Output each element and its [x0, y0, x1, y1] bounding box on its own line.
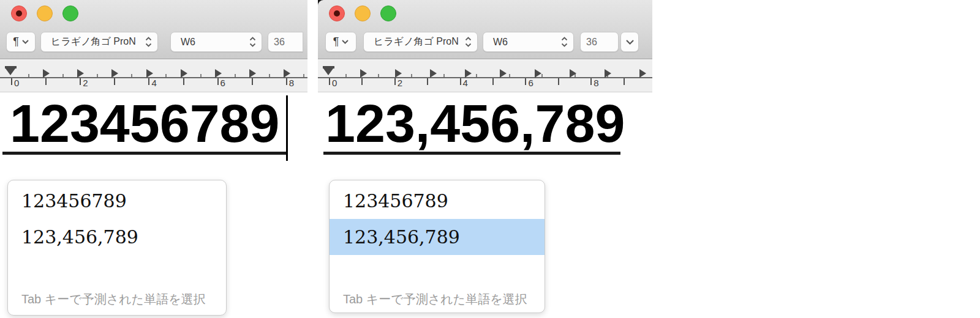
ruler-unit-label: 0 — [14, 78, 19, 88]
tab-stop-marker[interactable] — [181, 69, 187, 78]
candidate-item[interactable]: 123,456,789 — [330, 219, 545, 255]
tab-stop-marker[interactable] — [77, 69, 84, 78]
window-left: ¶ ヒラギノ角ゴ ProN W6 36 — [0, 0, 307, 318]
up-down-stepper-icon — [145, 37, 152, 47]
paragraph-icon: ¶ — [333, 35, 339, 48]
ruler-unit-label: 4 — [151, 78, 156, 88]
ruler-unit-label: 0 — [332, 78, 337, 88]
tab-stop-marker[interactable] — [535, 69, 541, 78]
ruler-unit-label: 8 — [289, 78, 294, 88]
first-line-indent-marker[interactable] — [323, 68, 333, 75]
tab-stop-marker[interactable] — [465, 69, 472, 78]
ruler-tick — [252, 78, 253, 85]
ruler[interactable]: 02468 — [318, 60, 652, 92]
ruler-tick — [114, 78, 115, 85]
composition-underline — [2, 152, 288, 155]
ruler-tick — [183, 78, 184, 85]
paragraph-style-button[interactable]: ¶ — [6, 32, 36, 52]
composition-text: 123456789 — [10, 91, 279, 156]
ruler[interactable]: 02468 — [0, 60, 307, 92]
font-size-field[interactable]: 36 — [268, 32, 303, 52]
tab-stop-marker[interactable] — [43, 69, 50, 78]
ruler-tick — [217, 78, 219, 85]
ruler-unit-label: 2 — [83, 78, 88, 88]
tab-stop-marker[interactable] — [570, 69, 576, 78]
candidate-item[interactable]: 123,456,789 — [8, 219, 226, 255]
ruler-tick — [394, 78, 396, 85]
paragraph-icon: ¶ — [13, 35, 19, 48]
tab-stop-marker[interactable] — [249, 69, 256, 78]
close-button[interactable] — [329, 6, 345, 21]
ruler-tick — [80, 78, 81, 85]
tab-stop-marker[interactable] — [284, 69, 290, 78]
up-down-stepper-icon — [561, 37, 568, 47]
candidate-item[interactable]: 123456789 — [330, 183, 545, 219]
ruler-unit-label: 6 — [221, 78, 225, 88]
close-button[interactable] — [11, 6, 27, 21]
font-family-select[interactable]: ヒラギノ角ゴ ProN — [363, 32, 478, 52]
font-size-field[interactable]: 36 — [580, 32, 619, 52]
paragraph-style-button[interactable]: ¶ — [325, 32, 356, 52]
tab-stop-marker[interactable] — [639, 69, 646, 78]
chevron-down-icon — [342, 40, 349, 44]
tab-stop-marker[interactable] — [360, 69, 367, 78]
minimize-button[interactable] — [355, 6, 371, 21]
candidate-list: 123456789123,456,789 — [8, 183, 226, 255]
ruler-tick — [45, 78, 47, 85]
ruler-tick — [492, 78, 494, 85]
tab-stop-marker[interactable] — [215, 69, 222, 78]
font-family-select[interactable]: ヒラギノ角ゴ ProN — [40, 32, 158, 52]
tab-stop-marker[interactable] — [111, 69, 118, 78]
ruler-tick — [286, 78, 287, 85]
titlebar[interactable]: ¶ ヒラギノ角ゴ ProN W6 36 — [0, 0, 307, 59]
tab-stop-marker[interactable] — [605, 69, 611, 78]
tab-stop-marker[interactable] — [395, 69, 402, 78]
ruler-halftick — [28, 74, 29, 77]
ruler-halftick — [411, 74, 412, 77]
ruler-halftick — [509, 74, 510, 77]
ruler-halftick — [303, 74, 304, 77]
first-line-indent-marker[interactable] — [6, 68, 15, 75]
titlebar[interactable]: ¶ ヒラギノ角ゴ ProN W6 36 — [318, 0, 652, 59]
ruler-tick — [148, 78, 149, 85]
font-family-value: ヒラギノ角ゴ ProN — [374, 35, 459, 48]
chevron-down-icon — [22, 40, 29, 44]
font-weight-select[interactable]: W6 — [483, 32, 574, 52]
ruler-tick — [624, 78, 625, 85]
font-family-value: ヒラギノ角ゴ ProN — [51, 35, 136, 48]
text-caret — [286, 95, 288, 161]
ruler-baseline — [318, 77, 652, 78]
ruler-unit-label: 6 — [528, 78, 533, 88]
ruler-halftick — [131, 74, 132, 77]
composition-text: 123,456,789 — [325, 91, 625, 156]
font-weight-value: W6 — [181, 37, 195, 48]
ruler-tick — [329, 78, 330, 85]
prediction-hint: Tab キーで予測された単語を選択 — [21, 291, 206, 308]
up-down-stepper-icon — [249, 37, 256, 47]
screenshot-canvas: ¶ ヒラギノ角ゴ ProN W6 36 — [0, 0, 980, 318]
prediction-popup: 123456789123,456,789 Tab キーで予測された単語を選択 — [329, 180, 545, 313]
font-weight-select[interactable]: W6 — [170, 32, 262, 52]
minimize-button[interactable] — [37, 6, 53, 21]
ruler-tick — [361, 78, 363, 85]
candidate-list: 123456789123,456,789 — [330, 183, 545, 255]
ruler-tick — [590, 78, 592, 85]
zoom-button[interactable] — [380, 6, 396, 21]
chevron-down-icon — [626, 40, 634, 45]
ruler-tick — [460, 78, 461, 85]
zoom-button[interactable] — [62, 6, 78, 21]
tab-stop-marker[interactable] — [430, 69, 437, 78]
ruler-unit-label: 4 — [463, 78, 468, 88]
tab-stop-marker[interactable] — [500, 69, 507, 78]
ruler-tick — [558, 78, 559, 85]
ruler-halftick — [62, 74, 64, 77]
font-size-dropdown-button[interactable] — [620, 32, 639, 52]
candidate-item[interactable]: 123456789 — [8, 183, 226, 219]
tab-stop-marker[interactable] — [146, 69, 153, 78]
ruler-halftick — [165, 74, 167, 77]
prediction-popup: 123456789123,456,789 Tab キーで予測された単語を選択 — [7, 180, 227, 316]
ruler-halftick — [378, 74, 379, 77]
ruler-halftick — [235, 74, 236, 77]
prediction-hint: Tab キーで予測された単語を選択 — [343, 291, 527, 308]
ruler-halftick — [269, 74, 270, 77]
